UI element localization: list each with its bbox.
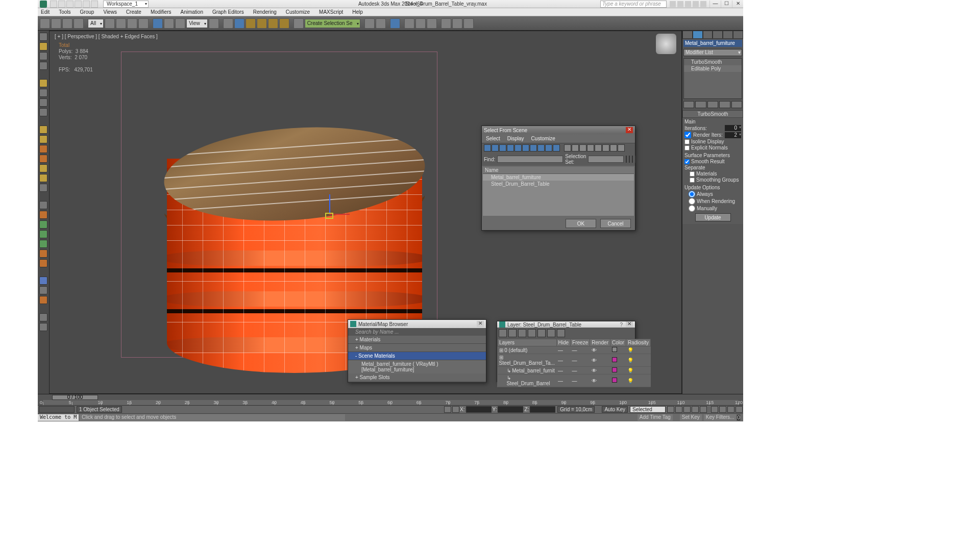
qat-open-icon[interactable] bbox=[58, 1, 65, 8]
layer-col[interactable]: Freeze bbox=[571, 339, 590, 346]
keyboard-shortcut-icon[interactable] bbox=[234, 18, 244, 29]
select-object-icon[interactable] bbox=[105, 18, 115, 29]
layer-row[interactable]: ↳ Metal_barrel_furnit——👁💡 bbox=[498, 367, 651, 374]
layer-row[interactable]: ⊞ Steel_Drum_Barrel_Ta...——👁💡 bbox=[498, 354, 651, 367]
help-icon[interactable]: ? bbox=[620, 322, 623, 328]
tab-motion-icon[interactable] bbox=[713, 31, 723, 39]
spinner-snap-icon[interactable] bbox=[279, 18, 289, 29]
time-tag[interactable]: Add Time Tag bbox=[638, 414, 673, 421]
update-manually-radio[interactable] bbox=[689, 205, 695, 212]
snap-toggle-icon[interactable] bbox=[246, 18, 256, 29]
cancel-button[interactable]: Cancel bbox=[600, 219, 631, 228]
sfs-filter-icon[interactable] bbox=[537, 144, 545, 152]
layer-freeze-icon[interactable] bbox=[557, 329, 565, 337]
sfs-btn-icon[interactable] bbox=[626, 156, 627, 163]
layer-col[interactable]: Render bbox=[590, 339, 610, 346]
select-region-icon[interactable] bbox=[127, 18, 137, 29]
strip-icon[interactable] bbox=[39, 240, 47, 248]
sfs-toggle-icon[interactable] bbox=[564, 144, 571, 152]
layer-row[interactable]: ⊞ 0 (default)——👁💡 bbox=[498, 346, 651, 354]
layer-col[interactable]: Radiosity bbox=[626, 339, 650, 346]
sfs-filter-icon[interactable] bbox=[507, 144, 514, 152]
perspective-viewport[interactable]: [ + ] [ Perspective ] [ Shaded + Edged F… bbox=[49, 31, 682, 394]
sfs-filter-icon[interactable] bbox=[499, 144, 506, 152]
menu-views[interactable]: Views bbox=[102, 9, 118, 15]
strip-icon[interactable] bbox=[39, 296, 47, 304]
mini-listener[interactable] bbox=[39, 406, 75, 413]
material-search-input[interactable]: Search by Name ... bbox=[348, 328, 486, 336]
material-map-browser[interactable]: Material/Map Browser ✕ Search by Name ..… bbox=[348, 319, 486, 383]
strip-icon[interactable] bbox=[39, 184, 47, 192]
curve-editor-icon[interactable] bbox=[404, 18, 414, 29]
menu-help[interactable]: Help bbox=[351, 9, 364, 15]
favorites-icon[interactable] bbox=[693, 1, 699, 7]
sep-sg-check[interactable] bbox=[690, 178, 695, 183]
render-frame-icon[interactable] bbox=[452, 18, 462, 29]
layer-new-icon[interactable] bbox=[499, 329, 507, 337]
prev-frame-icon[interactable] bbox=[675, 406, 682, 413]
render-iters-check[interactable] bbox=[684, 132, 691, 138]
abs-rel-icon[interactable] bbox=[452, 406, 459, 413]
tab-utilities-icon[interactable] bbox=[733, 31, 743, 39]
layer-highlight-icon[interactable] bbox=[537, 329, 546, 337]
layer-row[interactable]: ↳ Steel_Drum_Barrel——👁💡 bbox=[498, 374, 651, 387]
window-crossing-icon[interactable] bbox=[138, 18, 149, 29]
menu-animation[interactable]: Animation bbox=[179, 9, 204, 15]
redo-icon[interactable] bbox=[51, 18, 61, 29]
sfs-filter-icon[interactable] bbox=[492, 144, 499, 152]
sfs-item[interactable]: Metal_barrel_furniture bbox=[483, 174, 634, 181]
move-icon[interactable] bbox=[153, 18, 163, 29]
schematic-view-icon[interactable] bbox=[415, 18, 426, 29]
strip-icon[interactable] bbox=[39, 211, 47, 219]
sun-icon[interactable] bbox=[39, 174, 47, 182]
key-filters-button[interactable]: Key Filters... bbox=[704, 414, 737, 421]
strip-icon[interactable] bbox=[39, 52, 47, 60]
material-node[interactable]: + Maps bbox=[348, 344, 486, 352]
sfs-toggle-icon[interactable] bbox=[610, 144, 617, 152]
sfs-filter-icon[interactable] bbox=[545, 144, 552, 152]
sfs-toggle-icon[interactable] bbox=[602, 144, 609, 152]
sfs-filter-icon[interactable] bbox=[522, 144, 529, 152]
strip-icon[interactable] bbox=[39, 33, 47, 41]
link-icon[interactable] bbox=[62, 18, 72, 29]
minimize-button[interactable]: — bbox=[709, 1, 721, 8]
rollout-header[interactable]: TurboSmooth bbox=[682, 110, 743, 118]
selection-filter[interactable]: All bbox=[88, 19, 104, 28]
menu-group[interactable]: Group bbox=[79, 9, 95, 15]
autokey-button[interactable]: Auto Key bbox=[602, 406, 628, 413]
scale-icon[interactable] bbox=[175, 18, 185, 29]
z-coord-input[interactable] bbox=[530, 406, 555, 413]
sfs-item[interactable]: Steel_Drum_Barrel_Table bbox=[483, 181, 634, 187]
layer-col[interactable]: Hide bbox=[556, 339, 571, 346]
material-node[interactable]: + Sample Slots bbox=[348, 373, 486, 382]
iterations-spinner[interactable]: 0 bbox=[725, 125, 741, 131]
help-search-input[interactable]: Type a keyword or phrase bbox=[600, 1, 667, 8]
sfs-menu-select[interactable]: Select bbox=[486, 136, 500, 141]
tab-modify-icon[interactable] bbox=[693, 31, 703, 39]
sfs-menu-customize[interactable]: Customize bbox=[531, 136, 555, 141]
strip-icon[interactable] bbox=[39, 249, 47, 258]
update-rendering-radio[interactable] bbox=[689, 198, 695, 205]
x-coord-input[interactable] bbox=[466, 406, 492, 413]
close-icon[interactable]: ✕ bbox=[626, 321, 633, 328]
viewport-nav-icon[interactable] bbox=[727, 406, 734, 413]
render-icon[interactable] bbox=[463, 18, 474, 29]
stack-show-icon[interactable] bbox=[695, 101, 706, 108]
named-selection-set[interactable]: Create Selection Se bbox=[305, 19, 360, 28]
layers-icon[interactable] bbox=[390, 18, 400, 29]
select-from-scene-dialog[interactable]: Select From Scene✕ Select Display Custom… bbox=[481, 126, 635, 231]
modifier-stack[interactable]: TurboSmooth Editable Poly bbox=[683, 58, 742, 99]
explicit-normals-check[interactable] bbox=[684, 145, 690, 151]
menu-create[interactable]: Create bbox=[125, 9, 142, 15]
manipulate-icon[interactable] bbox=[223, 18, 233, 29]
y-coord-input[interactable] bbox=[498, 406, 523, 413]
stack-unique-icon[interactable] bbox=[707, 101, 718, 108]
infocenter-icon[interactable] bbox=[670, 1, 676, 7]
strip-icon[interactable] bbox=[39, 98, 47, 107]
stack-pin-icon[interactable] bbox=[683, 101, 694, 108]
ok-button[interactable]: OK bbox=[566, 219, 596, 228]
viewport-label[interactable]: [ + ] [ Perspective ] [ Shaded + Edged F… bbox=[55, 34, 158, 39]
strip-icon[interactable] bbox=[39, 220, 47, 229]
sfs-menu-display[interactable]: Display bbox=[507, 136, 524, 141]
qat-undo-icon[interactable] bbox=[75, 1, 82, 8]
